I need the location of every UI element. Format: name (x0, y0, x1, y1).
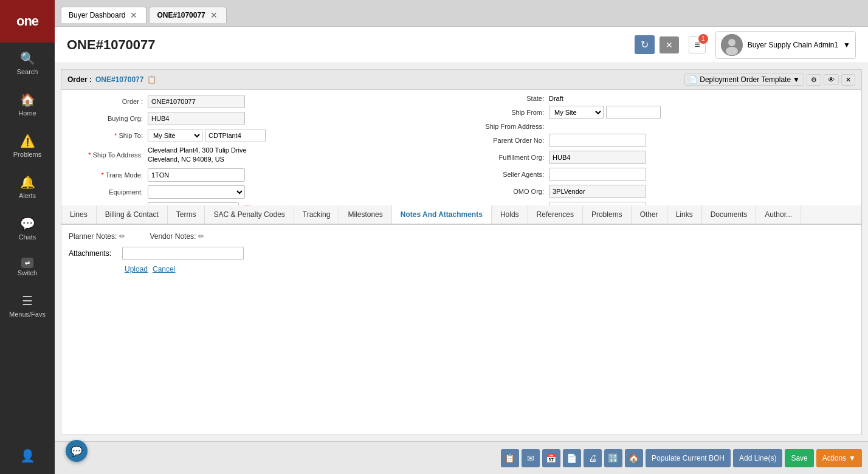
vendor-notes-label: Vendor Notes: (150, 232, 196, 241)
svg-point-2 (726, 47, 738, 55)
sidebar-item-search[interactable]: 🔍 Search (0, 43, 55, 84)
tab-links[interactable]: Links (667, 205, 702, 225)
tab-milestones[interactable]: Milestones (339, 205, 391, 225)
attachments-label: Attachments: (69, 249, 117, 258)
vendor-notes-edit-icon[interactable]: ✏ (198, 232, 204, 241)
tab-buyer-dashboard[interactable]: Buyer Dashboard ✕ (61, 7, 146, 23)
tab-holds[interactable]: Holds (492, 205, 528, 225)
omo-org-input[interactable] (549, 185, 646, 198)
toolbar-home-btn[interactable]: 🏠 (625, 449, 643, 467)
actions-label: Actions (822, 454, 846, 462)
trans-mode-input[interactable] (148, 168, 245, 182)
tab-buyer-dashboard-label: Buyer Dashboard (69, 11, 125, 19)
page-header: ONE#1070077 ↻ ✕ ≡ 1 Buyer Supply Chain A… (55, 27, 868, 63)
omo-org-row: OMO Org: (467, 185, 856, 198)
toolbar-calendar-btn[interactable]: 📅 (542, 449, 560, 467)
actions-button[interactable]: Actions ▼ (816, 449, 862, 467)
tab-author[interactable]: Author... (756, 205, 801, 225)
tab-notes[interactable]: Notes And Attachments (392, 205, 492, 225)
upload-cancel-row: Upload Cancel (125, 265, 854, 273)
tab-other[interactable]: Other (632, 205, 667, 225)
user-area[interactable]: Buyer Supply Chain Admin1 ▼ (715, 31, 856, 59)
sidebar-item-alerts[interactable]: 🔔 Alerts (0, 167, 55, 208)
ship-from-address-row: Ship From Address: (467, 123, 856, 130)
panel-settings-button[interactable]: ⚙ (807, 74, 821, 86)
form-right-col: State: Draft Ship From: My Site Ship Fro… (467, 95, 856, 205)
order-label: Order : (67, 75, 92, 84)
sidebar-item-menus[interactable]: ☰ Menus/Favs (0, 285, 55, 326)
tab-order[interactable]: ONE#1070077 ✕ (149, 7, 226, 23)
buying-org-row: Buying Org: (66, 112, 455, 125)
sidebar-item-chats[interactable]: 💬 Chats (0, 208, 55, 249)
close-order-tab[interactable]: ✕ (209, 10, 219, 20)
switch-badge: ⇄ (21, 258, 33, 268)
sidebar-label-chats: Chats (19, 233, 36, 241)
tab-references[interactable]: References (528, 205, 583, 225)
ship-to-select[interactable]: My Site (148, 129, 202, 142)
upload-button[interactable]: Upload (125, 265, 148, 273)
deployment-template-button[interactable]: 📄 Deployment Order Template ▼ (684, 74, 804, 86)
sidebar-label-problems: Problems (13, 151, 41, 158)
order-no-label: Order : (66, 98, 145, 105)
svg-point-1 (728, 39, 735, 46)
ship-from-address-label: Ship From Address: (467, 123, 546, 130)
cancel-button[interactable]: Cancel (153, 265, 175, 273)
tab-billing[interactable]: Billing & Contact (97, 205, 168, 225)
menus-icon: ☰ (22, 294, 33, 308)
seller-agents-label: Seller Agents: (467, 171, 546, 178)
ship-to-address-label: Ship To Address: (66, 151, 145, 159)
buying-org-input[interactable] (148, 112, 245, 125)
seller-agents-input[interactable] (549, 168, 646, 181)
toolbar-doc-btn[interactable]: 📄 (563, 449, 581, 467)
sidebar-item-home[interactable]: 🏠 Home (0, 84, 55, 125)
tab-content-notes: Planner Notes: ✏ Vendor Notes: ✏ Attachm… (61, 225, 861, 434)
fulfillment-org-input[interactable] (549, 151, 646, 164)
parent-order-input[interactable] (549, 134, 646, 147)
toolbar-copy-btn[interactable]: 📋 (501, 449, 519, 467)
template-label: Deployment Order Template (700, 75, 791, 84)
tab-sac[interactable]: SAC & Penalty Codes (205, 205, 294, 225)
parent-order-label: Parent Order No: (467, 137, 546, 144)
copy-icon[interactable]: 📋 (147, 75, 156, 84)
header-actions: ↻ ✕ ≡ 1 Buyer Supply Chain Admin1 ▼ (635, 31, 856, 59)
toolbar-message-btn[interactable]: ✉ (522, 449, 540, 467)
panel-view-button[interactable]: 👁 (824, 74, 839, 85)
user-name: Buyer Supply Chain Admin1 (748, 41, 838, 49)
order-no-input[interactable] (148, 95, 245, 108)
populate-boh-button[interactable]: Populate Current BOH (646, 449, 731, 467)
state-row: State: Draft (467, 95, 856, 102)
sidebar-item-user[interactable]: 👤 (0, 440, 55, 474)
order-no-row: Order : (66, 95, 455, 108)
ship-from-select[interactable]: My Site (549, 106, 604, 119)
tab-lines[interactable]: Lines (61, 205, 97, 225)
sidebar-label-alerts: Alerts (19, 192, 36, 199)
close-button[interactable]: ✕ (660, 36, 679, 53)
equipment-select[interactable] (148, 185, 245, 199)
buying-org-label: Buying Org: (66, 115, 145, 122)
tab-terms[interactable]: Terms (168, 205, 205, 225)
order-number-link[interactable]: ONE#1070077 (95, 75, 143, 84)
toolbar-calc-btn[interactable]: 🔢 (604, 449, 622, 467)
panel-close-button[interactable]: ✕ (841, 74, 855, 86)
refresh-button[interactable]: ↻ (635, 35, 655, 54)
sidebar-item-switch[interactable]: ⇄ Switch (0, 249, 55, 285)
toolbar-print-btn[interactable]: 🖨 (584, 449, 602, 467)
sidebar-item-problems[interactable]: ⚠️ Problems (0, 125, 55, 167)
tab-documents[interactable]: Documents (702, 205, 757, 225)
ship-to-label: Ship To: (66, 132, 145, 139)
chat-fab[interactable]: 💬 (66, 440, 88, 462)
tab-problems[interactable]: Problems (583, 205, 632, 225)
state-value: Draft (549, 95, 563, 102)
planner-notes-edit-icon[interactable]: ✏ (119, 232, 125, 241)
template-icon: 📄 (689, 75, 698, 84)
notification-bell[interactable]: ≡ 1 (689, 36, 705, 53)
ship-to-plant-input[interactable] (205, 129, 266, 142)
tab-tracking[interactable]: Tracking (294, 205, 340, 225)
ship-from-input[interactable] (606, 106, 661, 119)
panel-header-actions: 📄 Deployment Order Template ▼ ⚙ 👁 ✕ (684, 74, 855, 86)
attachments-input[interactable] (122, 247, 244, 260)
tab-order-label: ONE#1070077 (157, 11, 205, 19)
add-lines-button[interactable]: Add Line(s) (733, 449, 782, 467)
close-buyer-dashboard[interactable]: ✕ (129, 10, 139, 20)
save-button[interactable]: Save (785, 449, 813, 467)
